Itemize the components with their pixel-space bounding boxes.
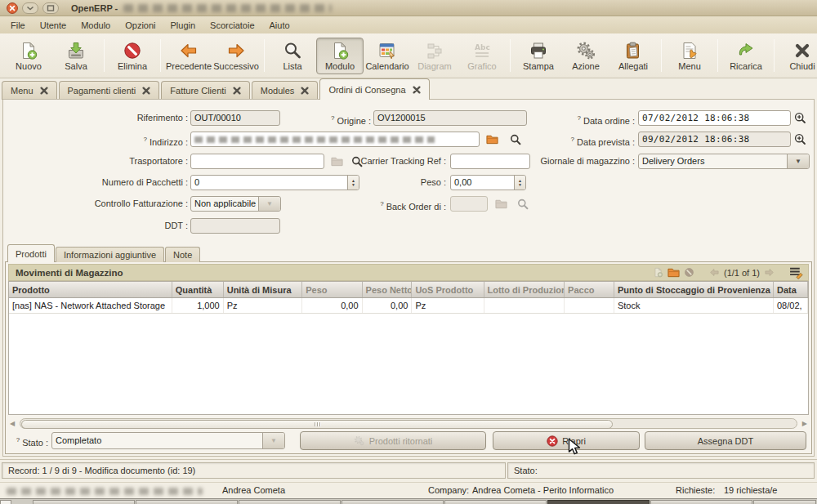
column-header-data[interactable]: Data	[773, 282, 807, 298]
column-header-peso[interactable]: Peso	[302, 282, 362, 298]
tab-ordini-di-consegna[interactable]: Ordini di Consegna	[319, 78, 429, 100]
data_ordine-field[interactable]: 07/02/2012 18:06:38	[638, 110, 791, 126]
tab-pagamenti-clienti[interactable]: Pagamenti clienti	[59, 81, 160, 100]
scroll-left-icon[interactable]: ◀	[10, 420, 15, 427]
tab-close-icon[interactable]	[301, 87, 309, 95]
grid-open-record-icon[interactable]	[667, 266, 680, 279]
button-riapri[interactable]: Riapri	[493, 431, 640, 450]
toolbar-button-calendario[interactable]: Calendario	[364, 38, 411, 74]
toolbar-button-label: Successivo	[213, 61, 259, 71]
zoom-plus-icon[interactable]	[794, 133, 806, 145]
data_ordine-value: 07/02/2012 18:06:38	[642, 113, 750, 123]
menu-page-icon	[680, 41, 699, 60]
menu-item-aiuto[interactable]: Aiuto	[262, 18, 297, 33]
controllo_fatturazione-dropdown-button[interactable]: ▼	[258, 197, 280, 211]
indirizzo-field[interactable]	[190, 132, 480, 147]
section-title: Movimenti di Magazzino	[16, 268, 123, 278]
toolbar-button-lista[interactable]: Lista	[269, 38, 316, 74]
column-header-peso-netto[interactable]: Peso Netto	[362, 282, 412, 298]
column-header-quantit-[interactable]: Quantità	[172, 282, 223, 298]
tab-close-icon[interactable]	[142, 87, 150, 95]
toolbar-button-nuovo[interactable]: Nuovo	[5, 38, 52, 74]
taskbar-item[interactable]	[33, 500, 135, 504]
column-header-uos-prodotto[interactable]: UoS Prodotto	[412, 282, 484, 298]
toolbar-separator	[104, 39, 105, 72]
tab-close-icon[interactable]	[233, 87, 241, 95]
horizontal-scrollbar[interactable]: ◀▶	[8, 418, 809, 430]
delete-icon	[123, 41, 142, 60]
toolbar-button-elimina[interactable]: Elimina	[109, 38, 156, 74]
toolbar-separator	[264, 39, 265, 72]
scrollbar-track[interactable]	[20, 418, 797, 429]
toolbar-button-label: Nuovo	[16, 61, 42, 71]
tab-menu[interactable]: Menu	[2, 81, 57, 100]
mouse-cursor	[568, 438, 583, 458]
column-header-prodotto[interactable]: Prodotto	[9, 282, 172, 298]
ddt-field	[190, 218, 280, 234]
scroll-right-icon[interactable]: ▶	[802, 420, 807, 427]
button-assegna-ddt[interactable]: Assegna DDT	[645, 431, 806, 450]
stato-dropdown-button[interactable]: ▼	[262, 433, 284, 448]
window-maximize-button[interactable]	[42, 2, 59, 14]
scrollbar-thumb[interactable]	[21, 420, 613, 429]
titlebar: OpenERP -	[0, 0, 817, 16]
cell-data: 08/02,	[773, 298, 807, 314]
column-header-pacco[interactable]: Pacco	[565, 282, 614, 298]
taskbar-item[interactable]	[753, 500, 816, 504]
calendar-icon	[377, 41, 397, 60]
menu-item-plugin[interactable]: Plugin	[163, 18, 203, 33]
action-gears-icon	[576, 41, 596, 60]
menu-item-scorciatoie[interactable]: Scorciatoie	[203, 18, 261, 33]
column-header-lotto-di-produzione[interactable]: Lotto di Produzione	[484, 282, 565, 298]
taskbar-item[interactable]	[444, 500, 547, 504]
record-status-text: Record: 1 / 9 di 9 - Modifica documento …	[8, 466, 195, 475]
toolbar-button-ricarica[interactable]: Ricarica	[722, 38, 770, 74]
menu-item-file[interactable]: File	[3, 18, 33, 33]
menu-item-opzioni[interactable]: Opzioni	[118, 18, 163, 33]
stato-field[interactable]: Completato▼	[51, 432, 285, 449]
toolbar-button-menu[interactable]: Menu	[666, 38, 713, 74]
peso-field[interactable]: 0,00▲▼	[450, 175, 526, 190]
taskbar-item[interactable]	[342, 500, 444, 504]
switch-view-icon[interactable]	[789, 265, 803, 279]
toolbar-button-modulo[interactable]: Modulo	[316, 38, 364, 74]
tab-close-icon[interactable]	[40, 87, 48, 95]
window-minimize-button[interactable]	[22, 2, 38, 14]
toolbar-button-allegati[interactable]: Allegati	[609, 38, 657, 74]
taskbar-item[interactable]	[650, 500, 752, 504]
tab-fatture-clienti[interactable]: Fatture Clienti	[161, 81, 249, 100]
table-row[interactable]: [nas] NAS - Network Attached Storage1,00…	[9, 298, 808, 314]
help-marker: ?	[331, 114, 334, 122]
toolbar-button-salva[interactable]: Salva	[52, 38, 100, 74]
peso-spinner[interactable]: ▲▼	[514, 176, 525, 190]
stock-moves-header: Movimenti di Magazzino(1/1 of 1)	[8, 264, 809, 281]
column-header-unit-di-misura[interactable]: Unità di Misura	[223, 282, 301, 298]
menu-item-modulo[interactable]: Modulo	[74, 18, 118, 33]
peso-label: Peso :	[289, 175, 446, 190]
taskbar-item[interactable]	[239, 500, 341, 504]
toolbar-button-stampa[interactable]: Stampa	[515, 38, 562, 74]
requests-value[interactable]: 19 richiesta/e	[724, 485, 777, 495]
toolbar-button-successivo[interactable]: Successivo	[212, 38, 260, 74]
tab-close-icon[interactable]	[413, 86, 421, 94]
zoom-plus-icon[interactable]	[794, 112, 806, 124]
notebook-tab-informazioni-aggiuntive[interactable]: Informazioni aggiuntive	[56, 247, 164, 262]
taskbar-item[interactable]	[136, 500, 238, 504]
giornale-field[interactable]: Delivery Orders▼	[638, 154, 810, 169]
taskbar-item[interactable]	[0, 500, 11, 504]
tab-modules[interactable]: Modules	[252, 81, 319, 100]
toolbar-button-azione[interactable]: Azione	[562, 38, 609, 74]
toolbar-button-chiudi[interactable]: Chiudi	[779, 38, 817, 74]
controllo_fatturazione-field[interactable]: Non applicabile▼	[190, 196, 281, 212]
taskbar-item[interactable]	[547, 500, 650, 504]
column-header-punto-di-stoccaggio-di-provenienza[interactable]: Punto di Stoccaggio di Provenienza	[614, 282, 773, 298]
toolbar-button-precedente[interactable]: Precedente	[165, 38, 212, 74]
toolbar-separator	[661, 39, 662, 72]
notebook-tab-note[interactable]: Note	[165, 247, 200, 262]
gears-small-icon	[354, 435, 365, 447]
giornale-dropdown-button[interactable]: ▼	[787, 154, 809, 168]
spinner-down-icon[interactable]: ▼	[518, 183, 522, 187]
menu-item-utente[interactable]: Utente	[33, 18, 74, 33]
notebook-tab-prodotti[interactable]: Prodotti	[7, 244, 55, 262]
window-close-button[interactable]	[7, 2, 18, 14]
